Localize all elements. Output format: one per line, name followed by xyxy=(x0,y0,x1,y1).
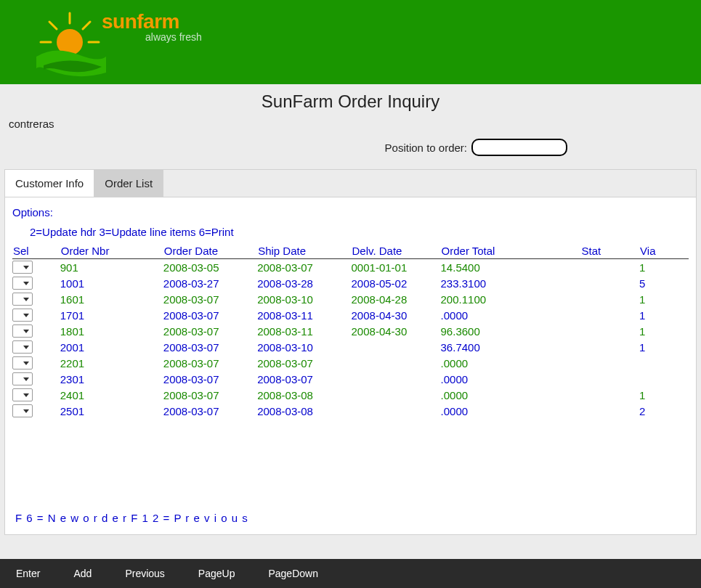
logo xyxy=(0,0,102,84)
cell-ship-date: 2008-03-28 xyxy=(257,275,351,291)
cell-via: 1 xyxy=(639,291,689,307)
header-banner: sunfarm always fresh xyxy=(0,0,701,84)
cell-delv-date: 2008-04-30 xyxy=(352,307,441,323)
cell-via xyxy=(639,371,689,387)
col-order-total: Order Total xyxy=(441,244,581,259)
cell-order-date: 2008-03-07 xyxy=(163,371,257,387)
sel-dropdown[interactable] xyxy=(12,404,33,417)
col-delv-date: Delv. Date xyxy=(352,244,441,259)
add-button[interactable]: Add xyxy=(70,563,94,584)
table-row: 10012008-03-272008-03-282008-05-02233.31… xyxy=(12,275,689,291)
cell-order-date: 2008-03-05 xyxy=(163,259,257,276)
cell-ship-date: 2008-03-11 xyxy=(257,307,351,323)
cell-sel xyxy=(12,371,60,387)
table-row: 24012008-03-072008-03-08.00001 xyxy=(12,387,689,403)
cell-order-total: 14.5400 xyxy=(441,259,581,276)
cell-ship-date: 2008-03-07 xyxy=(257,259,351,276)
position-to-order-input[interactable] xyxy=(471,139,567,156)
cell-order-total: .0000 xyxy=(441,403,581,419)
cell-delv-date: 2008-04-28 xyxy=(352,291,441,307)
table-row: 16012008-03-072008-03-102008-04-28200.11… xyxy=(12,291,689,307)
cell-via: 1 xyxy=(639,387,689,403)
sel-dropdown[interactable] xyxy=(12,261,33,274)
tab-customer-info[interactable]: Customer Info xyxy=(5,170,94,197)
svg-line-4 xyxy=(49,22,57,29)
cell-order-nbr: 1001 xyxy=(60,275,163,291)
cell-delv-date xyxy=(352,387,441,403)
cell-order-total: 96.3600 xyxy=(441,323,581,339)
table-row: 23012008-03-072008-03-07.0000 xyxy=(12,371,689,387)
cell-ship-date: 2008-03-10 xyxy=(257,339,351,355)
table-row: 17012008-03-072008-03-112008-04-30.00001 xyxy=(12,307,689,323)
cell-stat xyxy=(581,339,640,355)
cell-via: 2 xyxy=(639,403,689,419)
sel-dropdown[interactable] xyxy=(12,388,33,401)
sel-dropdown[interactable] xyxy=(12,356,33,369)
action-bar: Enter Add Previous PageUp PageDown xyxy=(0,559,701,588)
cell-order-date: 2008-03-07 xyxy=(163,355,257,371)
cell-order-date: 2008-03-07 xyxy=(163,323,257,339)
cell-sel xyxy=(12,259,60,276)
cell-order-nbr: 2501 xyxy=(60,403,163,419)
sel-dropdown[interactable] xyxy=(12,277,33,290)
cell-delv-date xyxy=(352,371,441,387)
sel-dropdown[interactable] xyxy=(12,324,33,338)
pageup-button[interactable]: PageUp xyxy=(195,563,238,584)
cell-sel xyxy=(12,355,60,371)
cell-delv-date xyxy=(352,403,441,419)
username-label: contreras xyxy=(0,115,701,139)
col-order-date: Order Date xyxy=(163,244,257,259)
tab-order-list[interactable]: Order List xyxy=(94,170,163,197)
order-list-panel: Options: 2=Update hdr 3=Update line item… xyxy=(4,197,697,535)
cell-order-nbr: 2301 xyxy=(60,371,163,387)
cell-order-nbr: 1601 xyxy=(60,291,163,307)
cell-delv-date: 0001-01-01 xyxy=(352,259,441,276)
cell-via: 1 xyxy=(639,259,689,276)
cell-stat xyxy=(581,307,640,323)
cell-ship-date: 2008-03-07 xyxy=(257,371,351,387)
brand-block: sunfarm always fresh xyxy=(102,0,202,43)
cell-stat xyxy=(581,387,640,403)
cell-order-nbr: 2401 xyxy=(60,387,163,403)
cell-sel xyxy=(12,387,60,403)
cell-sel xyxy=(12,323,60,339)
cell-via: 1 xyxy=(639,307,689,323)
table-row: 20012008-03-072008-03-1036.74001 xyxy=(12,339,689,355)
table-row: 18012008-03-072008-03-112008-04-3096.360… xyxy=(12,323,689,339)
cell-order-nbr: 1801 xyxy=(60,323,163,339)
brand-name: sunfarm xyxy=(102,10,202,33)
sunfarm-logo-icon xyxy=(26,0,113,84)
cell-order-nbr: 2201 xyxy=(60,355,163,371)
sel-dropdown[interactable] xyxy=(12,372,33,385)
function-key-hints: F 6 = N e w o r d e r F 1 2 = P r e v i … xyxy=(15,512,248,524)
cell-stat xyxy=(581,403,640,419)
cell-delv-date xyxy=(352,339,441,355)
page-title: SunFarm Order Inquiry xyxy=(0,84,701,115)
sel-dropdown[interactable] xyxy=(12,309,33,322)
options-hint: 2=Update hdr 3=Update line items 6=Print xyxy=(12,219,689,244)
cell-order-total: 200.1100 xyxy=(441,291,581,307)
cell-order-total: .0000 xyxy=(441,307,581,323)
cell-order-total: 36.7400 xyxy=(441,339,581,355)
options-label: Options: xyxy=(12,206,689,219)
orders-table: Sel Order Nbr Order Date Ship Date Delv.… xyxy=(12,244,689,419)
table-row: 25012008-03-072008-03-08.00002 xyxy=(12,403,689,419)
col-ship-date: Ship Date xyxy=(257,244,351,259)
cell-delv-date: 2008-05-02 xyxy=(352,275,441,291)
cell-order-nbr: 2001 xyxy=(60,339,163,355)
table-row: 9012008-03-052008-03-070001-01-0114.5400… xyxy=(12,259,689,276)
cell-via: 5 xyxy=(639,275,689,291)
table-row: 22012008-03-072008-03-07.0000 xyxy=(12,355,689,371)
previous-button[interactable]: Previous xyxy=(122,563,167,584)
cell-order-total: .0000 xyxy=(441,387,581,403)
sel-dropdown[interactable] xyxy=(12,340,33,354)
cell-order-total: .0000 xyxy=(441,355,581,371)
cell-via: 1 xyxy=(639,339,689,355)
cell-stat xyxy=(581,371,640,387)
cell-sel xyxy=(12,403,60,419)
enter-button[interactable]: Enter xyxy=(13,563,43,584)
sel-dropdown[interactable] xyxy=(12,293,33,306)
cell-ship-date: 2008-03-10 xyxy=(257,291,351,307)
col-order-nbr: Order Nbr xyxy=(60,244,163,259)
pagedown-button[interactable]: PageDown xyxy=(265,563,321,584)
